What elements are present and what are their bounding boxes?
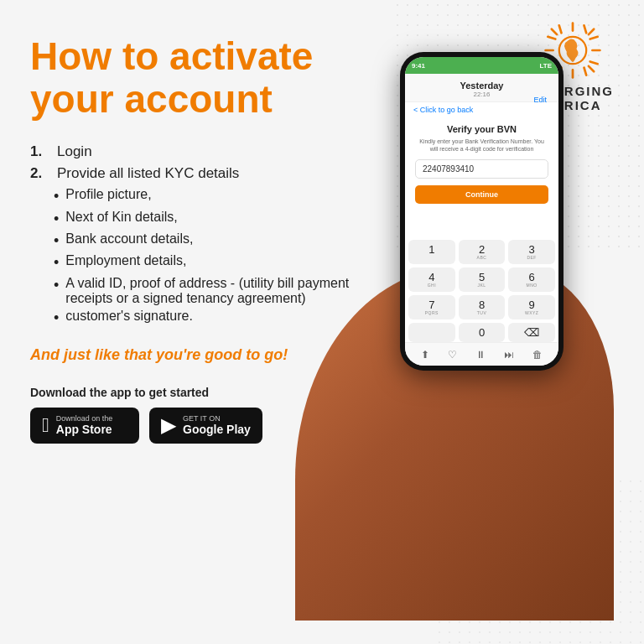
forward-icon: ⏭ (504, 349, 514, 361)
list-item: •A valid ID, proof of address - (utility… (54, 276, 366, 306)
apple-icon:  (42, 415, 49, 435)
tagline: And just like that you're good to go! (30, 345, 299, 365)
keypad-key[interactable]: 4GHI (408, 267, 455, 292)
play-icon: ▶ (161, 415, 176, 435)
keypad-key[interactable]: 1 (408, 240, 455, 264)
phone-mockup: 9:41 LTE Yesterday 22:16 Edit < Click to… (400, 52, 564, 371)
phone-bottom-bar: ⬆ ♡ ⏸ ⏭ 🗑 (405, 342, 558, 366)
key-number: 0 (479, 327, 485, 338)
list-item: •Bank account details, (54, 231, 366, 251)
key-number: 8 (479, 299, 485, 310)
phone-keypad: 12ABC3DEF4GHI5JKL6MNO7PQRS8TUV9WXYZ0⌫ (405, 240, 558, 342)
list-item: •Next of Kin details, (54, 210, 366, 229)
svg-line-15 (584, 25, 587, 33)
keypad-key[interactable]: 8TUV (459, 295, 506, 319)
keypad-key[interactable]: 9WXYZ (508, 295, 555, 319)
steps-list: 1. Login 2. Provide all listed KYC detai… (30, 143, 366, 187)
keypad-key[interactable]: 7PQRS (408, 295, 455, 319)
key-letters: PQRS (425, 310, 439, 315)
svg-line-6 (589, 29, 594, 34)
bvn-input-field[interactable]: 22407893410 (415, 159, 548, 179)
key-letters: TUV (477, 310, 487, 315)
key-letters: DEF (527, 255, 537, 260)
list-item: •Employment details, (54, 253, 366, 273)
phone-screen: 9:41 LTE Yesterday 22:16 Edit < Click to… (405, 57, 558, 366)
key-letters: WXYZ (525, 310, 538, 315)
key-number: 3 (529, 244, 535, 255)
step-1: 1. Login (30, 143, 366, 160)
pause-icon: ⏸ (475, 349, 486, 361)
svg-line-8 (559, 25, 562, 33)
key-letters: ABC (477, 255, 487, 260)
phone-back-button[interactable]: < Click to go back (405, 102, 558, 117)
key-letters: GHI (428, 283, 436, 288)
list-item: •customer's signature. (54, 309, 366, 328)
key-number: 6 (529, 272, 535, 283)
headline: How to activate your account (30, 35, 315, 120)
keypad-key[interactable]: 6MNO (508, 267, 555, 292)
phone-bvn-content: Verify your BVN Kindly enter your Bank V… (405, 117, 558, 236)
keypad-key[interactable]: ⌫ (508, 323, 555, 342)
sub-items-list: •Profile picture, •Next of Kin details, … (54, 187, 366, 330)
key-number: 2 (479, 244, 485, 255)
key-letters: JKL (477, 283, 486, 288)
key-number: 1 (428, 244, 434, 255)
key-number: 4 (428, 272, 434, 283)
key-number: 7 (428, 299, 434, 310)
key-number: ⌫ (524, 327, 539, 338)
keypad-key[interactable]: 5JKL (459, 267, 506, 292)
app-store-button[interactable]:  Download on the App Store (30, 408, 139, 444)
heart-icon: ♡ (448, 349, 457, 361)
phone-status-bar: 9:41 LTE (405, 57, 558, 74)
keypad-key[interactable]: 2ABC (459, 240, 506, 264)
keypad-key[interactable] (408, 323, 455, 342)
continue-button[interactable]: Continue (415, 185, 548, 204)
keypad-key[interactable]: 0 (459, 323, 506, 342)
key-number: 9 (529, 299, 535, 310)
keypad-key[interactable]: 3DEF (508, 240, 555, 264)
svg-line-4 (552, 29, 557, 34)
right-panel: 9:41 LTE Yesterday 22:16 Edit < Click to… (366, 35, 614, 621)
key-letters: MNO (527, 283, 538, 288)
share-icon: ⬆ (421, 349, 429, 361)
step-2: 2. Provide all listed KYC details (30, 165, 366, 182)
phone-chat-header: Yesterday 22:16 Edit (405, 74, 558, 102)
google-play-button[interactable]: ▶ GET IT ON Google Play (149, 408, 262, 444)
key-number: 5 (479, 272, 485, 283)
list-item: •Profile picture, (54, 187, 366, 206)
trash-icon: 🗑 (532, 349, 543, 361)
